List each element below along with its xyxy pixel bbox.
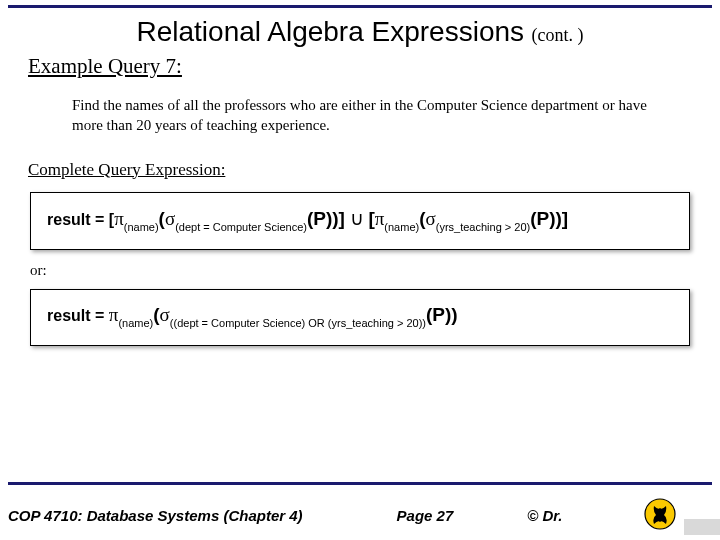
title-cont: (cont. ) <box>532 25 584 45</box>
sigma-symbol-2: σ <box>426 208 436 229</box>
pi-symbol-2: π <box>375 208 385 229</box>
expr1-sub-yrs: (yrs_teaching > 20) <box>436 221 530 233</box>
footer-page: Page 27 <box>397 507 454 524</box>
pi-symbol-3: π <box>109 304 119 325</box>
expr2-lead: result = <box>47 307 109 324</box>
expr2-sub-combined: ((dept = Computer Science) OR (yrs_teach… <box>170 317 426 329</box>
expr1-P2: (P))] <box>530 208 568 229</box>
slide-footer: COP 4710: Database Systems (Chapter 4) P… <box>8 492 720 538</box>
title-main: Relational Algebra Expressions <box>137 16 525 47</box>
pi-symbol: π <box>114 208 124 229</box>
expression-label: Complete Query Expression: <box>28 160 692 180</box>
footer-copyright: © Dr. <box>527 507 562 524</box>
gray-patch <box>684 519 720 535</box>
union-symbol: ∪ <box>345 208 369 229</box>
footer-course: COP 4710: Database Systems (Chapter 4) <box>8 507 303 524</box>
expression-box-2: result = π(name)(σ((dept = Computer Scie… <box>30 289 690 346</box>
expr2-sub-name: (name) <box>118 317 153 329</box>
example-heading: Example Query 7: <box>28 54 692 79</box>
sigma-symbol: σ <box>165 208 175 229</box>
expr1-sub-name2: (name) <box>384 221 419 233</box>
expr1-sub-name: (name) <box>124 221 159 233</box>
ucf-logo-icon <box>644 498 676 530</box>
expr1-sub-dept: (dept = Computer Science) <box>175 221 307 233</box>
sigma-symbol-3: σ <box>160 304 170 325</box>
expr2-P: (P)) <box>426 304 458 325</box>
or-label: or: <box>30 262 692 279</box>
expr1-P: (P))] <box>307 208 345 229</box>
expression-box-1: result = [π(name)(σ(dept = Computer Scie… <box>30 192 690 250</box>
expr1-lead: result = [ <box>47 211 114 228</box>
slide-title: Relational Algebra Expressions (cont. ) <box>28 16 692 48</box>
query-prompt: Find the names of all the professors who… <box>72 95 662 136</box>
